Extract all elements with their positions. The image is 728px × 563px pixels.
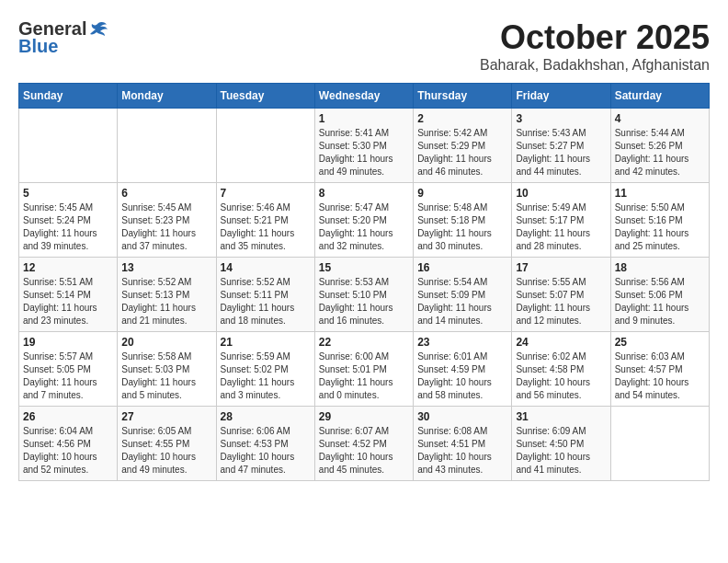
day-cell-11: 11Sunrise: 5:50 AM Sunset: 5:16 PM Dayli… (610, 183, 709, 258)
day-number: 13 (121, 261, 211, 274)
day-info: Sunrise: 6:02 AM Sunset: 4:58 PM Dayligh… (516, 350, 606, 402)
day-cell-12: 12Sunrise: 5:51 AM Sunset: 5:14 PM Dayli… (19, 258, 118, 332)
day-cell-17: 17Sunrise: 5:55 AM Sunset: 5:07 PM Dayli… (512, 258, 610, 332)
day-number: 25 (615, 336, 705, 349)
day-number: 2 (417, 112, 507, 125)
week-row-1: 1Sunrise: 5:41 AM Sunset: 5:30 PM Daylig… (19, 109, 710, 183)
day-number: 29 (319, 410, 409, 423)
day-info: Sunrise: 5:49 AM Sunset: 5:17 PM Dayligh… (516, 201, 606, 253)
day-info: Sunrise: 6:00 AM Sunset: 5:01 PM Dayligh… (319, 350, 409, 402)
day-number: 4 (615, 112, 705, 125)
day-cell-14: 14Sunrise: 5:52 AM Sunset: 5:11 PM Dayli… (216, 258, 314, 332)
day-cell-7: 7Sunrise: 5:46 AM Sunset: 5:21 PM Daylig… (216, 183, 314, 258)
day-info: Sunrise: 6:03 AM Sunset: 4:57 PM Dayligh… (615, 350, 705, 402)
day-info: Sunrise: 5:55 AM Sunset: 5:07 PM Dayligh… (516, 276, 606, 327)
day-info: Sunrise: 5:52 AM Sunset: 5:13 PM Dayligh… (121, 276, 211, 327)
day-cell-20: 20Sunrise: 5:58 AM Sunset: 5:03 PM Dayli… (118, 332, 216, 407)
day-info: Sunrise: 6:09 AM Sunset: 4:50 PM Dayligh… (516, 425, 606, 477)
day-info: Sunrise: 5:46 AM Sunset: 5:21 PM Dayligh… (221, 201, 311, 253)
day-info: Sunrise: 6:04 AM Sunset: 4:56 PM Dayligh… (23, 425, 113, 477)
week-row-2: 5Sunrise: 5:45 AM Sunset: 5:24 PM Daylig… (19, 183, 710, 258)
logo: General Blue (18, 18, 108, 57)
empty-cell (118, 109, 216, 183)
day-number: 1 (319, 112, 409, 125)
day-number: 26 (23, 410, 113, 423)
day-cell-28: 28Sunrise: 6:06 AM Sunset: 4:53 PM Dayli… (216, 407, 314, 481)
day-info: Sunrise: 5:50 AM Sunset: 5:16 PM Dayligh… (615, 201, 705, 253)
day-cell-2: 2Sunrise: 5:42 AM Sunset: 5:29 PM Daylig… (414, 109, 512, 183)
day-cell-10: 10Sunrise: 5:49 AM Sunset: 5:17 PM Dayli… (512, 183, 610, 258)
day-info: Sunrise: 5:45 AM Sunset: 5:24 PM Dayligh… (23, 201, 113, 253)
day-number: 5 (23, 187, 113, 200)
day-number: 23 (417, 336, 507, 349)
day-cell-25: 25Sunrise: 6:03 AM Sunset: 4:57 PM Dayli… (610, 332, 709, 407)
day-number: 31 (516, 410, 606, 423)
day-info: Sunrise: 6:06 AM Sunset: 4:53 PM Dayligh… (221, 425, 311, 477)
day-cell-24: 24Sunrise: 6:02 AM Sunset: 4:58 PM Dayli… (512, 332, 610, 407)
day-cell-26: 26Sunrise: 6:04 AM Sunset: 4:56 PM Dayli… (19, 407, 118, 481)
weekday-header-thursday: Thursday (414, 84, 512, 109)
weekday-header-wednesday: Wednesday (314, 84, 413, 109)
weekday-header-tuesday: Tuesday (216, 84, 314, 109)
month-title: October 2025 (480, 18, 710, 57)
day-number: 24 (516, 336, 606, 349)
day-number: 20 (121, 336, 211, 349)
day-info: Sunrise: 5:47 AM Sunset: 5:20 PM Dayligh… (319, 201, 409, 253)
day-info: Sunrise: 5:59 AM Sunset: 5:02 PM Dayligh… (221, 350, 311, 402)
empty-cell (19, 109, 118, 183)
day-cell-5: 5Sunrise: 5:45 AM Sunset: 5:24 PM Daylig… (19, 183, 118, 258)
day-cell-19: 19Sunrise: 5:57 AM Sunset: 5:05 PM Dayli… (19, 332, 118, 407)
week-row-5: 26Sunrise: 6:04 AM Sunset: 4:56 PM Dayli… (19, 407, 710, 481)
page-header: General Blue October 2025 Baharak, Badak… (18, 18, 710, 74)
day-number: 8 (319, 187, 409, 200)
day-cell-18: 18Sunrise: 5:56 AM Sunset: 5:06 PM Dayli… (610, 258, 709, 332)
day-cell-9: 9Sunrise: 5:48 AM Sunset: 5:18 PM Daylig… (414, 183, 512, 258)
day-info: Sunrise: 6:08 AM Sunset: 4:51 PM Dayligh… (417, 425, 507, 477)
day-number: 15 (319, 261, 409, 274)
day-cell-30: 30Sunrise: 6:08 AM Sunset: 4:51 PM Dayli… (414, 407, 512, 481)
day-cell-15: 15Sunrise: 5:53 AM Sunset: 5:10 PM Dayli… (314, 258, 413, 332)
day-cell-6: 6Sunrise: 5:45 AM Sunset: 5:23 PM Daylig… (118, 183, 216, 258)
day-number: 30 (417, 410, 507, 423)
day-number: 22 (319, 336, 409, 349)
day-info: Sunrise: 5:54 AM Sunset: 5:09 PM Dayligh… (417, 276, 507, 327)
day-number: 16 (417, 261, 507, 274)
day-info: Sunrise: 5:52 AM Sunset: 5:11 PM Dayligh… (221, 276, 311, 327)
day-number: 9 (417, 187, 507, 200)
weekday-header-sunday: Sunday (19, 84, 118, 109)
day-number: 21 (221, 336, 311, 349)
day-cell-23: 23Sunrise: 6:01 AM Sunset: 4:59 PM Dayli… (414, 332, 512, 407)
empty-cell (610, 407, 709, 481)
day-info: Sunrise: 5:56 AM Sunset: 5:06 PM Dayligh… (615, 276, 705, 327)
weekday-header-row: SundayMondayTuesdayWednesdayThursdayFrid… (19, 84, 710, 109)
day-number: 10 (516, 187, 606, 200)
day-number: 18 (615, 261, 705, 274)
logo-bird-icon (88, 19, 108, 40)
day-number: 19 (23, 336, 113, 349)
calendar-table: SundayMondayTuesdayWednesdayThursdayFrid… (18, 83, 710, 481)
day-cell-4: 4Sunrise: 5:44 AM Sunset: 5:26 PM Daylig… (610, 109, 709, 183)
day-number: 3 (516, 112, 606, 125)
day-info: Sunrise: 5:41 AM Sunset: 5:30 PM Dayligh… (319, 127, 409, 178)
logo-blue-text: Blue (18, 36, 58, 57)
day-number: 27 (121, 410, 211, 423)
day-info: Sunrise: 5:53 AM Sunset: 5:10 PM Dayligh… (319, 276, 409, 327)
day-number: 14 (221, 261, 311, 274)
day-info: Sunrise: 6:05 AM Sunset: 4:55 PM Dayligh… (121, 425, 211, 477)
day-number: 12 (23, 261, 113, 274)
empty-cell (216, 109, 314, 183)
day-number: 7 (221, 187, 311, 200)
title-block: October 2025 Baharak, Badakhshan, Afghan… (480, 18, 710, 74)
day-info: Sunrise: 5:48 AM Sunset: 5:18 PM Dayligh… (417, 201, 507, 253)
day-info: Sunrise: 5:43 AM Sunset: 5:27 PM Dayligh… (516, 127, 606, 178)
day-cell-3: 3Sunrise: 5:43 AM Sunset: 5:27 PM Daylig… (512, 109, 610, 183)
day-cell-31: 31Sunrise: 6:09 AM Sunset: 4:50 PM Dayli… (512, 407, 610, 481)
day-info: Sunrise: 5:42 AM Sunset: 5:29 PM Dayligh… (417, 127, 507, 178)
day-cell-27: 27Sunrise: 6:05 AM Sunset: 4:55 PM Dayli… (118, 407, 216, 481)
week-row-4: 19Sunrise: 5:57 AM Sunset: 5:05 PM Dayli… (19, 332, 710, 407)
day-info: Sunrise: 5:58 AM Sunset: 5:03 PM Dayligh… (121, 350, 211, 402)
weekday-header-monday: Monday (118, 84, 216, 109)
day-number: 28 (221, 410, 311, 423)
day-number: 6 (121, 187, 211, 200)
day-cell-16: 16Sunrise: 5:54 AM Sunset: 5:09 PM Dayli… (414, 258, 512, 332)
